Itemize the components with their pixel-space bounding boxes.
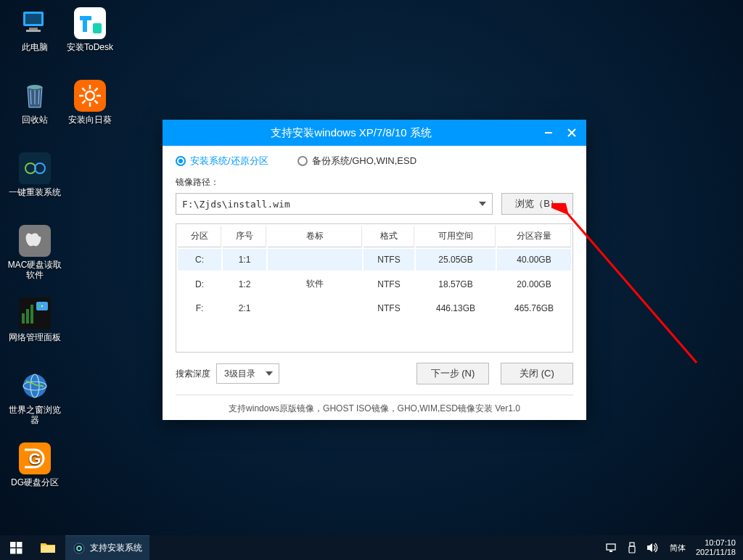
radio-install[interactable]: 安装系统/还原分区 bbox=[176, 155, 268, 168]
close-button[interactable]: 关闭 (C) bbox=[501, 363, 573, 384]
desktop-icon-5[interactable]: MAC硬盘读取软件 bbox=[7, 225, 62, 280]
start-button[interactable] bbox=[0, 535, 32, 560]
usb-icon[interactable] bbox=[628, 542, 636, 553]
partition-row[interactable]: C:1:1NTFS25.05GB40.00GB bbox=[178, 249, 571, 271]
next-button[interactable]: 下一步 (N) bbox=[416, 363, 489, 384]
svg-rect-47 bbox=[607, 544, 615, 550]
desktop-icon-4[interactable]: 一键重装系统 bbox=[7, 152, 62, 197]
clock-date: 2021/11/18 bbox=[696, 548, 736, 557]
minimize-icon bbox=[544, 128, 553, 137]
svg-rect-50 bbox=[629, 546, 635, 553]
search-depth-label: 搜索深度 bbox=[176, 368, 210, 380]
svg-point-29 bbox=[38, 305, 40, 307]
desktop-icon-label: DG硬盘分区 bbox=[7, 477, 62, 487]
cell-partition: F: bbox=[178, 297, 221, 319]
volume-icon[interactable] bbox=[646, 543, 660, 553]
folder-icon bbox=[40, 541, 56, 554]
svg-rect-4 bbox=[74, 7, 106, 39]
svg-rect-2 bbox=[29, 28, 38, 30]
app-icon bbox=[19, 370, 51, 402]
desktop-icon-1[interactable]: 安装ToDesk bbox=[62, 7, 118, 52]
svg-rect-1 bbox=[25, 14, 41, 24]
close-icon bbox=[567, 128, 576, 137]
cell-index: 1:1 bbox=[223, 249, 266, 271]
radio-dot-icon bbox=[176, 156, 186, 166]
app-icon bbox=[74, 7, 106, 39]
taskbar: 支持安装系统 简体 10:07:10 2021/11/18 bbox=[0, 535, 743, 560]
radio-backup[interactable]: 备份系统/GHO,WIN,ESD bbox=[297, 155, 416, 168]
desktop-icon-label: 安装ToDesk bbox=[62, 42, 118, 52]
cell-format: NTFS bbox=[364, 249, 414, 271]
svg-point-30 bbox=[41, 305, 43, 307]
ime-indicator[interactable]: 简体 bbox=[670, 543, 686, 553]
col-label: 卷标 bbox=[268, 226, 362, 247]
mode-radio-group: 安装系统/还原分区 备份系统/GHO,WIN,ESD bbox=[176, 155, 573, 168]
cell-partition: D: bbox=[178, 272, 221, 296]
partition-row[interactable]: D:1:2软件NTFS18.57GB20.00GB bbox=[178, 272, 571, 296]
image-path-value: F:\Zjds\install.wim bbox=[182, 199, 290, 210]
taskbar-explorer[interactable] bbox=[32, 535, 64, 560]
col-partition: 分区 bbox=[178, 226, 221, 247]
search-depth-dropdown[interactable]: 3级目录 bbox=[216, 363, 279, 384]
cell-format: NTFS bbox=[364, 297, 414, 319]
network-icon[interactable] bbox=[606, 543, 617, 553]
col-index: 序号 bbox=[223, 226, 266, 247]
cell-free: 446.13GB bbox=[416, 297, 496, 319]
image-path-label: 镜像路径： bbox=[176, 176, 573, 189]
app-icon bbox=[19, 297, 51, 329]
app-icon bbox=[19, 80, 51, 112]
desktop-icon-label: 此电脑 bbox=[7, 42, 62, 52]
col-format: 格式 bbox=[364, 226, 414, 247]
desktop-icon-label: 安装向日葵 bbox=[62, 115, 118, 125]
desktop-icon-0[interactable]: 此电脑 bbox=[7, 7, 62, 52]
svg-rect-26 bbox=[26, 309, 29, 324]
image-path-dropdown[interactable]: F:\Zjds\install.wim bbox=[176, 193, 493, 215]
radio-backup-label: 备份系统/GHO,WIN,ESD bbox=[312, 155, 416, 168]
footer-text: 支持windows原版镜像，GHOST ISO镜像，GHO,WIM,ESD镜像安… bbox=[176, 395, 573, 415]
cell-label bbox=[268, 297, 362, 319]
minimize-button[interactable] bbox=[541, 125, 556, 140]
svg-point-45 bbox=[74, 543, 84, 553]
svg-rect-27 bbox=[30, 305, 33, 324]
close-window-button[interactable] bbox=[565, 125, 579, 140]
cell-capacity: 20.00GB bbox=[497, 272, 571, 296]
svg-rect-25 bbox=[22, 313, 25, 324]
cell-index: 2:1 bbox=[223, 297, 266, 319]
desktop-icon-label: 世界之窗浏览器 bbox=[7, 405, 62, 425]
svg-rect-10 bbox=[74, 80, 106, 112]
taskbar-app-label: 支持安装系统 bbox=[90, 542, 142, 554]
cell-capacity: 40.00GB bbox=[497, 249, 571, 271]
cell-format: NTFS bbox=[364, 272, 414, 296]
windows-logo-icon bbox=[10, 542, 22, 554]
clock[interactable]: 10:07:10 2021/11/18 bbox=[696, 538, 736, 557]
desktop-icon-6[interactable]: 网络管理面板 bbox=[7, 297, 62, 342]
col-capacity: 分区容量 bbox=[497, 226, 571, 247]
svg-rect-44 bbox=[41, 545, 55, 553]
cell-capacity: 465.76GB bbox=[497, 297, 571, 319]
col-free: 可用空间 bbox=[416, 226, 496, 247]
system-tray: 简体 10:07:10 2021/11/18 bbox=[606, 538, 743, 557]
desktop-icon-8[interactable]: GDG硬盘分区 bbox=[7, 442, 62, 487]
app-icon bbox=[19, 225, 51, 257]
cell-free: 18.57GB bbox=[416, 272, 496, 296]
svg-point-6 bbox=[28, 85, 42, 89]
app-icon bbox=[74, 80, 106, 112]
desktop-icon-label: 一键重装系统 bbox=[7, 187, 62, 197]
cell-free: 25.05GB bbox=[416, 249, 496, 271]
desktop-icon-3[interactable]: 安装向日葵 bbox=[62, 80, 118, 125]
clock-time: 10:07:10 bbox=[696, 538, 736, 548]
app-icon bbox=[19, 7, 51, 39]
cell-partition: C: bbox=[178, 249, 221, 271]
window-title: 支持安装windows XP/7/8/10 系统 bbox=[170, 126, 533, 140]
svg-rect-48 bbox=[609, 551, 612, 552]
desktop-icon-7[interactable]: 世界之窗浏览器 bbox=[7, 370, 62, 425]
partition-row[interactable]: F:2:1NTFS446.13GB465.76GB bbox=[178, 297, 571, 319]
desktop-icon-2[interactable]: 回收站 bbox=[7, 80, 62, 125]
taskbar-app-installer[interactable]: 支持安装系统 bbox=[65, 535, 149, 560]
browse-button[interactable]: 浏览（B） bbox=[501, 193, 573, 215]
svg-rect-49 bbox=[630, 543, 634, 546]
svg-rect-42 bbox=[10, 548, 16, 554]
dropdown-icon bbox=[479, 202, 486, 206]
cell-label bbox=[268, 249, 362, 271]
svg-rect-43 bbox=[17, 548, 22, 554]
